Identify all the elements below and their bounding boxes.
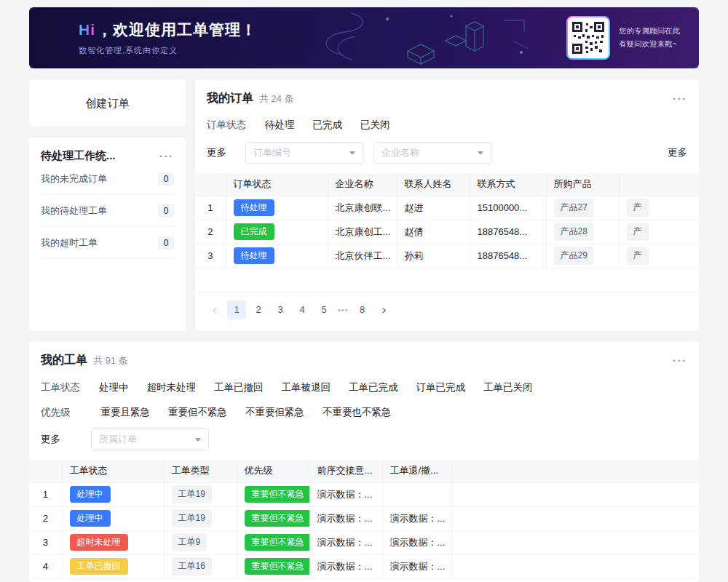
handover-cell: 演示数据：... <box>309 506 382 530</box>
page-button-3[interactable]: 3 <box>271 300 290 319</box>
more-actions-icon[interactable]: ··· <box>673 94 687 104</box>
page-button-5[interactable]: 5 <box>314 300 333 319</box>
page-button-4[interactable]: 4 <box>293 300 312 319</box>
banner-text: Hi，欢迎使用工单管理！ 数智化管理,系统由你定义 <box>29 20 257 56</box>
banner-subtitle: 数智化管理,系统由你定义 <box>79 45 257 56</box>
banner-consultant-area: 您的专属顾问在此 有疑问欢迎来戳~ <box>566 16 699 60</box>
table-row[interactable]: 1 处理中 工单19 重要但不紧急 演示数据：... <box>29 482 699 506</box>
header-order-status: 订单状态 <box>226 173 328 196</box>
filter-option-important-not-urgent[interactable]: 重要但不紧急 <box>168 406 227 419</box>
header-index <box>29 460 62 482</box>
header-handover: 前序交接意... <box>309 460 382 482</box>
banner-title: Hi，欢迎使用工单管理！ <box>79 20 257 40</box>
workorders-panel-title: 我的工单 <box>41 353 87 368</box>
row-index: 2 <box>195 220 226 244</box>
product-badge-truncated: 产 <box>627 247 649 265</box>
more-filters-label: 更多 <box>41 433 60 446</box>
order-status-badge: 已完成 <box>234 223 274 240</box>
withdraw-cell: 演示数据：... <box>382 554 451 578</box>
row-index: 3 <box>29 530 62 554</box>
filter-option-order-completed[interactable]: 订单已完成 <box>416 381 466 394</box>
header-phone: 联系方式 <box>470 173 546 196</box>
order-number-select[interactable]: 订单编号 <box>245 142 363 164</box>
stat-label: 我的未完成订单 <box>41 172 107 186</box>
orders-count: 共 24 条 <box>259 92 294 105</box>
parent-order-select[interactable]: 所属订单 <box>91 428 209 450</box>
header-withdraw: 工单退/撤... <box>382 460 451 482</box>
table-row[interactable]: 1 待处理 北京康创联... 赵进 15100000... 产品27 产 <box>195 196 699 220</box>
table-row[interactable]: 2 已完成 北京康创工... 赵倩 18876548... 产品28 产 <box>195 220 699 244</box>
stat-item-unfinished-orders[interactable]: 我的未完成订单 0 <box>41 163 174 195</box>
next-page-button[interactable]: › <box>375 300 394 319</box>
consultant-line1: 您的专属顾问在此 <box>619 25 680 38</box>
page-button-1[interactable]: 1 <box>227 300 246 319</box>
priority-filter: 优先级 重要且紧急 重要但不紧急 不重要但紧急 不重要也不紧急 <box>29 406 699 419</box>
filter-option-completed[interactable]: 已完成 <box>313 119 343 132</box>
qr-code-frame <box>566 16 610 60</box>
workorders-count: 共 91 条 <box>93 354 128 367</box>
filter-option-returned[interactable]: 工单被退回 <box>282 381 331 394</box>
qr-code-pattern <box>572 22 604 54</box>
filter-option-closed[interactable]: 已关闭 <box>360 119 390 132</box>
filter-option-overdue[interactable]: 超时未处理 <box>147 381 197 394</box>
phone-cell: 18876548... <box>470 244 546 268</box>
more-filters-label: 更多 <box>207 146 226 159</box>
stat-item-overdue-workorders[interactable]: 我的超时工单 0 <box>41 227 174 259</box>
filter-option-not-important-not-urgent[interactable]: 不重要也不紧急 <box>323 406 392 419</box>
page-button-8[interactable]: 8 <box>353 300 372 319</box>
product-badge: 产品28 <box>554 223 594 241</box>
company-name-select[interactable]: 企业名称 <box>373 142 491 164</box>
withdraw-cell <box>382 482 451 506</box>
table-row[interactable]: 3 待处理 北京伙伴工... 孙莉 18876548... 产品29 产 <box>195 244 699 268</box>
header-priority: 优先级 <box>237 460 309 482</box>
chevron-down-icon <box>195 438 201 442</box>
orders-panel-title: 我的订单 <box>207 91 253 106</box>
workorders-table: 工单状态 工单类型 优先级 前序交接意... 工单退/撤... 1 处理中 工单… <box>29 460 699 579</box>
more-actions-icon[interactable]: ··· <box>673 356 687 366</box>
workorder-status-badge: 工单已撤回 <box>70 558 128 575</box>
workorder-type-badge: 工单9 <box>172 533 207 551</box>
row-index: 1 <box>29 482 62 506</box>
handover-cell: 演示数据：... <box>309 530 382 554</box>
contact-cell: 孙莉 <box>397 244 470 268</box>
filter-option-workorder-completed[interactable]: 工单已完成 <box>349 381 398 394</box>
prev-page-button[interactable]: ‹ <box>205 300 224 319</box>
page-ellipsis-icon[interactable]: ••• <box>336 306 350 314</box>
consultant-text: 您的专属顾问在此 有疑问欢迎来戳~ <box>619 25 680 51</box>
table-row[interactable]: 4 工单已撤回 工单16 重要但不紧急 演示数据：... 演示数据：... <box>29 554 699 578</box>
workorder-status-filter: 工单状态 处理中 超时未处理 工单已撤回 工单被退回 工单已完成 订单已完成 工… <box>29 381 699 394</box>
workorder-type-badge: 工单19 <box>172 509 212 527</box>
header-index <box>195 173 226 196</box>
filter-option-workorder-closed[interactable]: 工单已关闭 <box>483 381 533 394</box>
chevron-down-icon <box>478 151 483 155</box>
orders-table-header-row: 订单状态 企业名称 联系人姓名 联系方式 所购产品 <box>195 173 699 196</box>
table-row[interactable]: 3 超时未处理 工单9 重要但不紧急 演示数据：... 演示数据：... <box>29 530 699 554</box>
stat-count-badge: 0 <box>158 204 174 218</box>
contact-cell: 赵倩 <box>397 220 470 244</box>
more-filters-link[interactable]: 更多 <box>668 146 687 159</box>
workorders-table-header-row: 工单状态 工单类型 优先级 前序交接意... 工单退/撤... <box>29 460 699 482</box>
workorders-more-filter-row: 更多 所属订单 <box>29 428 699 450</box>
stat-item-pending-workorders[interactable]: 我的待处理工单 0 <box>41 195 174 227</box>
table-row[interactable]: 2 处理中 工单19 重要但不紧急 演示数据：... 演示数据：... <box>29 506 699 530</box>
parent-order-select-placeholder: 所属订单 <box>99 433 137 446</box>
qr-code <box>568 17 609 58</box>
my-orders-panel: 我的订单 共 24 条 ··· 订单状态 待处理 已完成 已关闭 更多 订单编号… <box>195 80 699 331</box>
phone-cell: 18876548... <box>470 220 546 244</box>
row-index: 4 <box>29 554 62 578</box>
orders-more-filter-row: 更多 订单编号 企业名称 更多 <box>195 142 699 164</box>
filter-option-not-important-urgent[interactable]: 不重要但紧急 <box>245 406 304 419</box>
priority-badge: 重要但不紧急 <box>245 510 310 527</box>
filter-option-pending[interactable]: 待处理 <box>265 119 295 132</box>
extra-cell <box>451 554 699 578</box>
filter-option-withdrawn[interactable]: 工单已撤回 <box>214 381 264 394</box>
filter-option-processing[interactable]: 处理中 <box>99 381 129 394</box>
create-order-button[interactable]: 创建订单 <box>29 80 186 127</box>
more-actions-icon[interactable]: ··· <box>159 151 174 162</box>
filter-option-important-urgent[interactable]: 重要且紧急 <box>101 406 151 419</box>
orders-table: 订单状态 企业名称 联系人姓名 联系方式 所购产品 1 待处理 北京康创联...… <box>195 173 699 268</box>
order-status-filter-label: 订单状态 <box>207 119 246 132</box>
product-badge-truncated: 产 <box>627 223 649 241</box>
page-button-2[interactable]: 2 <box>249 300 268 319</box>
product-badge-truncated: 产 <box>627 199 649 217</box>
